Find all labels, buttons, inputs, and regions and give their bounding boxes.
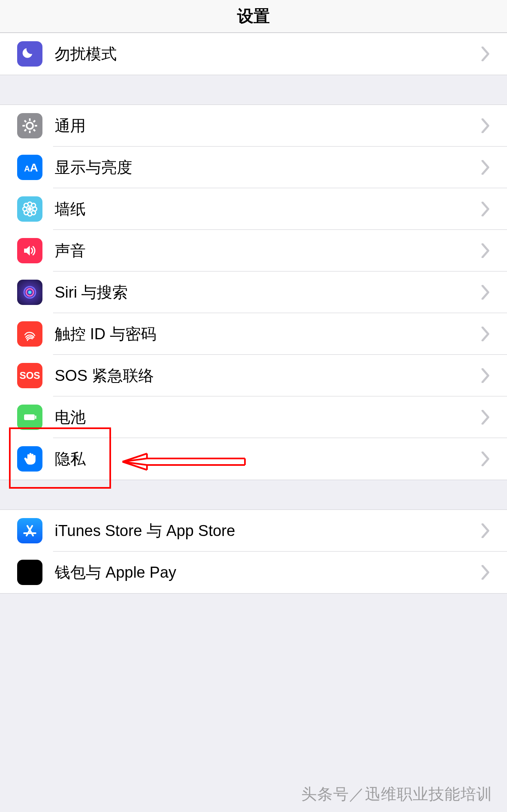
settings-row-label: 通用 <box>55 116 481 136</box>
header-title-text: 设置 <box>237 5 270 27</box>
wallet-icon <box>17 560 42 585</box>
chevron-right-icon <box>481 202 507 216</box>
settings-row-label: 声音 <box>55 240 481 261</box>
settings-row-label: Siri 与搜索 <box>55 282 481 303</box>
battery-icon <box>17 405 42 430</box>
settings-row-appstore[interactable]: iTunes Store 与 App Store <box>0 510 507 552</box>
chevron-right-icon <box>481 410 507 425</box>
sos-icon-text: SOS <box>20 370 40 381</box>
settings-row-display[interactable]: 显示与亮度 <box>0 147 507 188</box>
chevron-right-icon <box>481 523 507 538</box>
sos-icon: SOS <box>17 363 42 388</box>
gear-icon <box>17 113 42 138</box>
settings-group: 通用显示与亮度墙纸声音Siri 与搜索触控 ID 与密码SOSSOS 紧急联络电… <box>0 105 507 480</box>
settings-row-wallet[interactable]: 钱包与 Apple Pay <box>0 552 507 593</box>
settings-row-label: 钱包与 Apple Pay <box>55 562 481 583</box>
chevron-right-icon <box>481 452 507 466</box>
settings-group: iTunes Store 与 App Store钱包与 Apple Pay <box>0 509 507 594</box>
chevron-right-icon <box>481 368 507 383</box>
settings-group: 勿扰模式 <box>0 33 507 75</box>
text-size-icon <box>17 155 42 180</box>
settings-row-sos[interactable]: SOSSOS 紧急联络 <box>0 355 507 396</box>
chevron-right-icon <box>481 565 507 580</box>
appstore-icon <box>17 518 42 543</box>
settings-row-label: 电池 <box>55 407 481 428</box>
chevron-right-icon <box>481 160 507 175</box>
settings-row-general[interactable]: 通用 <box>0 105 507 147</box>
hand-icon <box>17 446 42 472</box>
settings-row-dnd[interactable]: 勿扰模式 <box>0 33 507 75</box>
chevron-right-icon <box>481 47 507 61</box>
settings-row-touchid[interactable]: 触控 ID 与密码 <box>0 313 507 355</box>
chevron-right-icon <box>481 285 507 300</box>
settings-row-privacy[interactable]: 隐私 <box>0 438 507 480</box>
siri-icon <box>17 280 42 305</box>
group-spacer <box>0 480 507 509</box>
settings-row-label: 隐私 <box>55 449 481 469</box>
settings-row-label: iTunes Store 与 App Store <box>55 521 481 541</box>
settings-row-label: 墙纸 <box>55 199 481 220</box>
settings-row-battery[interactable]: 电池 <box>0 396 507 438</box>
settings-row-wallpaper[interactable]: 墙纸 <box>0 188 507 230</box>
moon-icon <box>17 41 42 67</box>
group-spacer <box>0 75 507 105</box>
settings-row-label: 勿扰模式 <box>55 44 481 65</box>
settings-row-siri[interactable]: Siri 与搜索 <box>0 271 507 313</box>
fingerprint-icon <box>17 321 42 347</box>
settings-row-label: 显示与亮度 <box>55 157 481 178</box>
speaker-icon <box>17 238 42 263</box>
settings-row-label: 触控 ID 与密码 <box>55 324 481 345</box>
chevron-right-icon <box>481 243 507 258</box>
page-title: 设置 <box>0 0 507 33</box>
flower-icon <box>17 196 42 222</box>
chevron-right-icon <box>481 118 507 133</box>
chevron-right-icon <box>481 327 507 341</box>
settings-row-sound[interactable]: 声音 <box>0 230 507 271</box>
settings-row-label: SOS 紧急联络 <box>55 365 481 386</box>
